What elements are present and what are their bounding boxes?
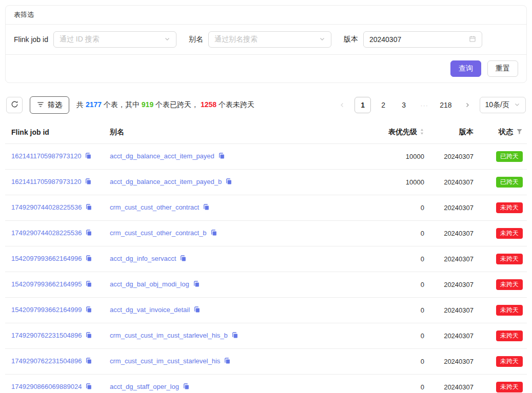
alias-link[interactable]: acct_dg_balance_acct_item_payed_b bbox=[110, 178, 222, 185]
priority-value: 0 bbox=[352, 349, 428, 375]
copy-icon[interactable] bbox=[85, 152, 92, 161]
page-button-1[interactable]: 1 bbox=[354, 97, 371, 113]
flink-job-id-link[interactable]: 1749290762231504896 bbox=[11, 357, 82, 365]
copy-icon[interactable] bbox=[85, 306, 92, 315]
summary-text: 共 bbox=[76, 100, 86, 109]
flink-job-id-link[interactable]: 1749290744028225536 bbox=[11, 203, 82, 211]
table-row: 1749290866069889024 acct_dg_staff_oper_l… bbox=[5, 375, 527, 393]
status-badge: 未跨天 bbox=[496, 279, 523, 290]
version-date-value: 20240307 bbox=[369, 35, 401, 44]
summary-text: 个表已跨天， bbox=[153, 100, 201, 109]
refresh-button[interactable] bbox=[6, 97, 23, 113]
summary-text: 个表未跨天 bbox=[216, 100, 254, 109]
page-button-last[interactable]: 218 bbox=[437, 97, 455, 113]
prev-page-button[interactable] bbox=[334, 97, 350, 113]
copy-icon[interactable] bbox=[224, 357, 231, 366]
page-size-select[interactable]: 10条/页 bbox=[480, 97, 526, 113]
copy-icon[interactable] bbox=[225, 178, 232, 187]
copy-icon[interactable] bbox=[85, 332, 92, 340]
alias-link[interactable]: acct_dg_bal_obj_modi_log bbox=[110, 280, 189, 288]
table-row: 1621411705987973120 acct_dg_balance_acct… bbox=[5, 144, 527, 170]
copy-icon[interactable] bbox=[203, 203, 210, 212]
flink-job-id-field-group: Flink job id 通过 ID 搜索 bbox=[14, 31, 176, 48]
copy-icon[interactable] bbox=[183, 383, 190, 391]
flink-job-id-link[interactable]: 1749290762231504896 bbox=[11, 332, 82, 339]
version-value: 20240307 bbox=[428, 272, 478, 298]
page-button-2[interactable]: 2 bbox=[375, 97, 391, 113]
alias-link[interactable]: crm_cust_cust_im_cust_starlevel_his_b bbox=[110, 332, 228, 339]
version-value: 20240307 bbox=[428, 144, 478, 170]
summary-crossed-count: 919 bbox=[142, 100, 153, 109]
alias-link[interactable]: crm_cust_cust_other_contract_b bbox=[110, 229, 207, 237]
chevron-down-icon bbox=[164, 35, 170, 44]
flink-job-id-link[interactable]: 1542097993662164999 bbox=[11, 306, 82, 314]
sorter-icon[interactable] bbox=[420, 128, 424, 137]
copy-icon[interactable] bbox=[85, 203, 92, 212]
copy-icon[interactable] bbox=[231, 332, 239, 340]
alias-link[interactable]: acct_dg_info_servacct bbox=[110, 255, 176, 262]
filter-button[interactable]: 筛选 bbox=[30, 96, 69, 114]
flink-job-id-link[interactable]: 1542097993662164995 bbox=[11, 280, 82, 288]
copy-icon[interactable] bbox=[218, 152, 225, 161]
priority-value: 0 bbox=[352, 246, 428, 272]
copy-icon[interactable] bbox=[180, 255, 187, 263]
search-button[interactable]: 查询 bbox=[450, 60, 481, 77]
alias-link[interactable]: crm_cust_cust_other_contract bbox=[110, 203, 199, 211]
flink-job-id-link[interactable]: 1542097993662164996 bbox=[11, 255, 82, 262]
version-label: 版本 bbox=[344, 35, 358, 44]
column-header-priority[interactable]: 表优先级 bbox=[352, 121, 428, 144]
chevron-down-icon bbox=[514, 101, 520, 109]
alias-link[interactable]: acct_dg_vat_invoice_detail bbox=[110, 306, 190, 314]
table-header-row: Flink job id 别名 表优先级 版本 状态 bbox=[5, 121, 527, 144]
copy-icon[interactable] bbox=[193, 306, 201, 315]
status-badge: 已跨天 bbox=[496, 177, 523, 188]
table-row: 1621411705987973120 acct_dg_balance_acct… bbox=[5, 170, 527, 195]
copy-icon[interactable] bbox=[85, 178, 92, 187]
version-value: 20240307 bbox=[428, 349, 478, 375]
flink-job-id-link[interactable]: 1621411705987973120 bbox=[11, 178, 81, 185]
flink-job-id-link[interactable]: 1621411705987973120 bbox=[11, 152, 81, 160]
copy-icon[interactable] bbox=[210, 229, 218, 238]
reset-button[interactable]: 重置 bbox=[487, 60, 518, 77]
table-row: 1749290744028225536 crm_cust_cust_other_… bbox=[5, 221, 527, 246]
status-badge: 未跨天 bbox=[496, 382, 523, 392]
page-ellipsis[interactable]: ··· bbox=[416, 97, 432, 113]
priority-value: 0 bbox=[352, 221, 428, 246]
flink-job-id-link[interactable]: 1749290744028225536 bbox=[11, 229, 82, 237]
alias-link[interactable]: crm_cust_cust_im_cust_starlevel_his bbox=[110, 357, 220, 365]
alias-placeholder: 通过别名搜索 bbox=[214, 35, 258, 44]
status-header-label: 状态 bbox=[499, 128, 513, 136]
column-header-flink-job-id: Flink job id bbox=[5, 121, 106, 144]
filter-funnel-icon[interactable] bbox=[516, 128, 523, 136]
copy-icon[interactable] bbox=[85, 255, 92, 263]
table-row: 1749290762231504896 crm_cust_cust_im_cus… bbox=[5, 349, 527, 375]
priority-value: 0 bbox=[352, 195, 428, 221]
status-badge: 未跨天 bbox=[496, 305, 523, 316]
page-button-3[interactable]: 3 bbox=[396, 97, 412, 113]
alias-select[interactable]: 通过别名搜索 bbox=[208, 31, 331, 48]
copy-icon[interactable] bbox=[193, 280, 200, 289]
status-badge: 未跨天 bbox=[496, 202, 523, 213]
version-date-picker[interactable]: 20240307 bbox=[363, 31, 482, 48]
flink-job-id-select[interactable]: 通过 ID 搜索 bbox=[53, 31, 176, 48]
next-page-button[interactable] bbox=[459, 97, 476, 113]
table-row: 1542097993662164996 acct_dg_info_servacc… bbox=[5, 246, 527, 272]
copy-icon[interactable] bbox=[85, 280, 92, 289]
flink-job-id-link[interactable]: 1749290866069889024 bbox=[11, 383, 82, 390]
copy-icon[interactable] bbox=[85, 229, 92, 238]
priority-value: 0 bbox=[352, 375, 428, 393]
filter-button-label: 筛选 bbox=[48, 100, 62, 110]
status-badge: 未跨天 bbox=[496, 356, 523, 367]
filter-card: 表筛选 Flink job id 通过 ID 搜索 别名 通过别名搜索 bbox=[5, 5, 527, 83]
refresh-icon bbox=[11, 100, 18, 110]
column-header-status[interactable]: 状态 bbox=[478, 121, 527, 144]
version-value: 20240307 bbox=[428, 170, 478, 195]
version-value: 20240307 bbox=[428, 195, 478, 221]
alias-link[interactable]: acct_dg_balance_acct_item_payed bbox=[110, 152, 214, 160]
alias-link[interactable]: acct_dg_staff_oper_log bbox=[110, 383, 179, 390]
table-row: 1749290744028225536 crm_cust_cust_other_… bbox=[5, 195, 527, 221]
table-row: 1749290762231504896 crm_cust_cust_im_cus… bbox=[5, 323, 527, 349]
copy-icon[interactable] bbox=[85, 383, 92, 391]
copy-icon[interactable] bbox=[85, 357, 92, 366]
status-badge: 未跨天 bbox=[496, 254, 523, 264]
